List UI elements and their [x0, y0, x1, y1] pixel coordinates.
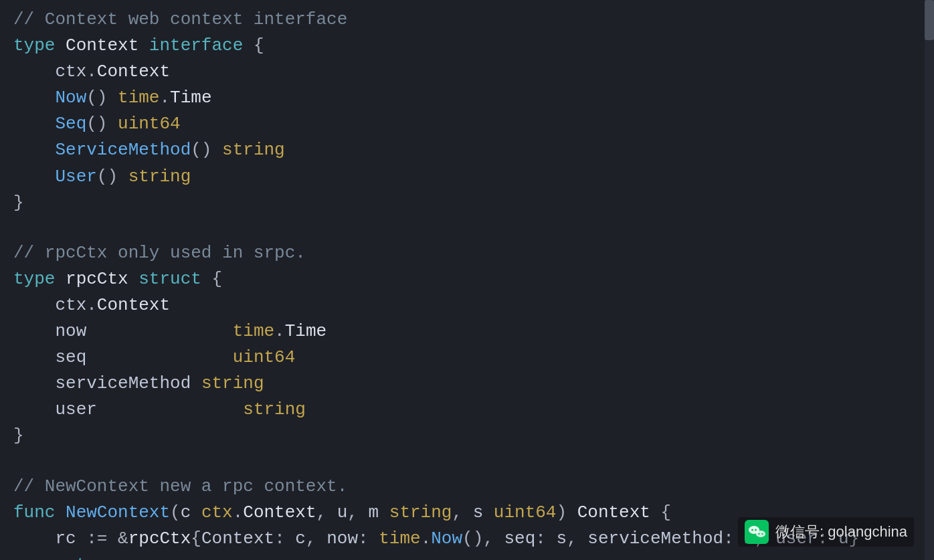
svg-point-4 — [758, 533, 759, 535]
code-line-13: now time.Time — [0, 318, 934, 345]
watermark-text: 微信号: golangchina — [775, 522, 907, 542]
scrollbar-thumb[interactable] — [925, 0, 934, 40]
code-line-17: } — [0, 423, 934, 449]
code-line-12: ctx.Context — [0, 292, 934, 318]
code-line-6: ServiceMethod() string — [0, 137, 934, 163]
code-line-10: // rpcCtx only used in srpc. — [0, 240, 934, 266]
code-line-11: type rpcCtx struct { — [0, 266, 934, 292]
svg-point-2 — [755, 529, 757, 531]
code-line-15: serviceMethod string — [0, 371, 934, 397]
code-line-14: seq uint64 — [0, 345, 934, 371]
empty-line-1 — [0, 216, 934, 240]
svg-point-3 — [756, 531, 765, 537]
svg-point-5 — [761, 533, 763, 535]
code-line-16: user string — [0, 397, 934, 423]
code-line-1: // Context web context interface — [0, 7, 934, 33]
code-line-2: type Context interface { — [0, 33, 934, 59]
code-line-22: return rc — [0, 552, 934, 560]
code-editor: // Context web context interface type Co… — [0, 0, 934, 560]
svg-point-1 — [751, 529, 753, 531]
code-line-4: Now() time.Time — [0, 85, 934, 111]
code-line-8: } — [0, 190, 934, 216]
wechat-icon — [745, 520, 769, 544]
empty-line-2 — [0, 450, 934, 474]
code-line-19: // NewContext new a rpc context. — [0, 474, 934, 500]
scrollbar[interactable] — [925, 0, 934, 560]
code-line-5: Seq() uint64 — [0, 111, 934, 137]
watermark: 微信号: golangchina — [738, 517, 914, 547]
comment-text: // Context web context interface — [13, 9, 347, 29]
code-line-7: User() string — [0, 164, 934, 190]
code-line-3: ctx.Context — [0, 59, 934, 85]
